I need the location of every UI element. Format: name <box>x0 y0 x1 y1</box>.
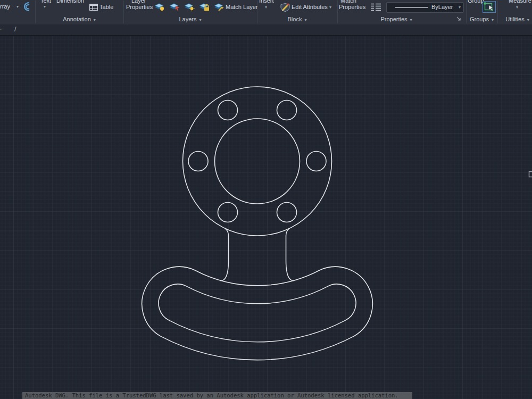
chevron-down-icon[interactable]: ▾ <box>329 5 331 10</box>
layer-off-icon[interactable] <box>155 4 164 11</box>
layer-lock-icon[interactable] <box>200 4 209 11</box>
chevron-down-icon[interactable]: ▾ <box>44 4 46 9</box>
panel-label-text: Layers <box>179 16 196 22</box>
chevron-down-icon: ▾ <box>94 18 96 22</box>
measure-button[interactable]: Measure <box>509 0 531 4</box>
group-button[interactable]: Group <box>468 0 484 4</box>
linetype-sample <box>395 7 428 8</box>
file-tab-bar: + / <box>0 24 532 36</box>
drawing-canvas[interactable] <box>0 36 532 399</box>
match-properties-button[interactable]: Properties <box>339 4 365 11</box>
match-properties-icon[interactable] <box>371 4 381 11</box>
chevron-down-icon: ▾ <box>410 18 412 22</box>
layer-isolate-icon[interactable] <box>170 4 179 11</box>
insert-button[interactable]: Insert <box>259 0 274 4</box>
bylayer-dropdown[interactable]: ByLayer ▾ <box>386 2 464 13</box>
dimension-button[interactable]: Dimension <box>56 0 84 4</box>
utilities-panel-label[interactable]: Utilities▾ <box>497 15 532 23</box>
chevron-down-icon[interactable]: ▾ <box>265 5 267 10</box>
panel-launcher-icon[interactable] <box>457 17 460 20</box>
ribbon: rray ▾ Text ▾ Dimension Table Layer Prop… <box>0 0 532 24</box>
chevron-down-icon[interactable]: ▾ <box>516 5 518 10</box>
groups-panel-label[interactable]: Groups▾ <box>466 15 497 23</box>
panel-label-text: Properties <box>380 16 407 22</box>
new-tab-button[interactable]: + <box>0 24 2 34</box>
table-button[interactable]: Table <box>99 4 113 11</box>
group-icon[interactable] <box>483 2 496 13</box>
chevron-down-icon: ▾ <box>492 18 494 22</box>
panel-label-text: Groups <box>470 16 489 22</box>
layer-properties-button[interactable]: Properties <box>126 4 153 11</box>
autocad-window: rray ▾ Text ▾ Dimension Table Layer Prop… <box>0 0 532 399</box>
panel-label-text: Utilities <box>505 16 524 22</box>
tab-edge: / <box>14 25 16 33</box>
chevron-down-icon[interactable]: ▾ <box>459 5 461 10</box>
edit-attributes-icon[interactable] <box>281 4 289 12</box>
chevron-down-icon: ▾ <box>304 18 306 22</box>
annotation-panel-label[interactable]: Annotation▾ <box>35 15 123 23</box>
layer-freeze-icon[interactable] <box>185 4 195 12</box>
chevron-down-icon[interactable]: ▾ <box>16 4 19 9</box>
offset-icon[interactable] <box>24 3 29 11</box>
panel-label-text: Annotation <box>63 16 91 22</box>
panel-label-text: Block <box>288 16 302 22</box>
canvas-grid <box>0 36 532 399</box>
layers-panel-label[interactable]: Layers▾ <box>123 15 257 23</box>
trusted-dwg-message: Autodesk DWG. This file is a TrustedDWG … <box>22 392 412 399</box>
chevron-down-icon: ▾ <box>200 18 202 22</box>
text-button[interactable]: Text <box>40 0 51 4</box>
match-layer-button[interactable]: Match Layer <box>226 4 258 11</box>
edit-attributes-button[interactable]: Edit Attributes <box>292 4 328 11</box>
array-button[interactable]: rray <box>0 3 10 10</box>
table-icon <box>90 4 98 11</box>
chevron-down-icon: ▾ <box>527 18 529 22</box>
block-panel-label[interactable]: Block▾ <box>257 15 337 23</box>
properties-panel-label[interactable]: Properties▾ <box>337 15 455 23</box>
bylayer-value: ByLayer <box>431 4 453 10</box>
match-layer-icon[interactable] <box>214 4 224 11</box>
